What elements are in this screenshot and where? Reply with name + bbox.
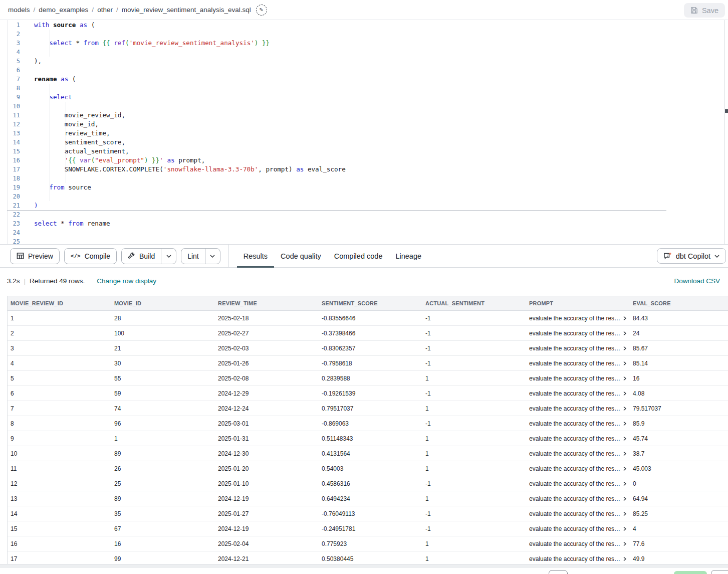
chevron-right-icon[interactable] bbox=[623, 526, 627, 531]
chevron-right-icon[interactable] bbox=[623, 556, 627, 561]
cell-actual-sentiment: -1 bbox=[422, 326, 526, 340]
tab-compiled-code[interactable]: Compiled code bbox=[328, 245, 389, 267]
preview-button[interactable]: Preview bbox=[10, 248, 60, 264]
cell-prompt: evaluate the accuracy of the res… bbox=[526, 476, 630, 491]
table-row: 14352025-01-27-0.76049113-1evaluate the … bbox=[8, 506, 728, 521]
table-row: 4302025-01-26-0.7958618-1evaluate the ac… bbox=[8, 356, 728, 371]
edit-circle-icon[interactable]: ✎ bbox=[256, 5, 267, 16]
table-row: 8962025-03-01-0.869063-1evaluate the acc… bbox=[8, 416, 728, 431]
save-button[interactable]: Save bbox=[684, 3, 725, 18]
line-number: 24 bbox=[7, 228, 20, 237]
code-line-17[interactable]: 17 SNOWFLAKE.CORTEX.COMPLETE('snowflake-… bbox=[0, 165, 728, 174]
chevron-right-icon[interactable] bbox=[623, 436, 627, 441]
lint-dropdown-button[interactable] bbox=[205, 249, 220, 264]
chevron-right-icon[interactable] bbox=[623, 361, 627, 366]
chevron-right-icon[interactable] bbox=[623, 511, 627, 516]
chevron-right-icon[interactable] bbox=[623, 481, 627, 486]
code-line-15[interactable]: 15 actual_sentiment, bbox=[0, 147, 728, 156]
line-number: 2 bbox=[7, 30, 20, 39]
chevron-right-icon[interactable] bbox=[623, 331, 627, 336]
code-icon: </> bbox=[71, 253, 81, 259]
code-line-16[interactable]: 16 '{{ var("eval_prompt") }}' as prompt, bbox=[0, 156, 728, 165]
cell-sentiment-score: 0.4586316 bbox=[319, 476, 422, 491]
code-line-6[interactable]: 6 bbox=[0, 66, 728, 75]
chevron-right-icon[interactable] bbox=[623, 541, 627, 546]
code-line-3[interactable]: 3 select * from {{ ref('movie_review_sen… bbox=[0, 39, 728, 48]
compile-button[interactable]: </> Compile bbox=[64, 248, 117, 264]
build-dropdown-button[interactable] bbox=[161, 249, 176, 264]
chevron-right-icon[interactable] bbox=[623, 421, 627, 426]
cell-sentiment-score: 0.51148343 bbox=[319, 431, 422, 446]
code-line-23[interactable]: 23select * from rename bbox=[0, 219, 728, 228]
code-line-2[interactable]: 2 bbox=[0, 30, 728, 39]
code-line-13[interactable]: 13 review_time, bbox=[0, 129, 728, 138]
chevron-right-icon[interactable] bbox=[623, 316, 627, 321]
cell-movie-id: 59 bbox=[111, 386, 215, 401]
chevron-right-icon[interactable] bbox=[623, 451, 627, 456]
code-line-24[interactable]: 24 bbox=[0, 228, 728, 237]
line-number: 12 bbox=[7, 120, 20, 129]
chevron-right-icon[interactable] bbox=[623, 376, 627, 381]
chevron-right-icon[interactable] bbox=[623, 346, 627, 351]
chevron-right-icon[interactable] bbox=[623, 391, 627, 396]
breadcrumb-segment[interactable]: demo_examples bbox=[39, 6, 88, 14]
tab-code-quality[interactable]: Code quality bbox=[274, 245, 328, 267]
results-table: MOVIE_REVIEW_IDMOVIE_IDREVIEW_TIMESENTIM… bbox=[7, 296, 728, 568]
prompt-text: evaluate the accuracy of the res… bbox=[529, 330, 620, 337]
dbt-copilot-button[interactable]: dbt Copilot bbox=[657, 248, 726, 264]
code-line-21[interactable]: 21) bbox=[0, 201, 728, 210]
code-line-1[interactable]: 1with source as ( bbox=[0, 21, 728, 30]
code-line-14[interactable]: 14 sentiment_score, bbox=[0, 138, 728, 147]
cell-actual-sentiment: 1 bbox=[422, 371, 526, 386]
cell-review-time: 2025-02-03 bbox=[215, 341, 319, 355]
bottom-green-pill-button[interactable] bbox=[674, 571, 707, 574]
cell-sentiment-score: 0.4131564 bbox=[319, 446, 422, 461]
code-line-8[interactable]: 8 bbox=[0, 84, 728, 93]
line-number: 9 bbox=[7, 93, 20, 102]
horizontal-scrollbar[interactable] bbox=[0, 564, 728, 568]
column-header-actual_sentiment: ACTUAL_SENTIMENT bbox=[422, 296, 526, 310]
code-line-11[interactable]: 11 movie_review_id, bbox=[0, 111, 728, 120]
cell-review-time: 2025-02-08 bbox=[215, 371, 319, 386]
chevron-right-icon[interactable] bbox=[623, 466, 627, 471]
change-row-display-link[interactable]: Change row display bbox=[97, 277, 156, 285]
breadcrumb-segment[interactable]: other bbox=[97, 6, 113, 14]
code-line-10[interactable]: 10 bbox=[0, 102, 728, 111]
editor-minimap[interactable]: with source as ( select * from {{ ref('m… bbox=[664, 21, 723, 64]
code-line-19[interactable]: 19 from source bbox=[0, 183, 728, 192]
cell-review-time: 2024-12-30 bbox=[215, 446, 319, 461]
prompt-text: evaluate the accuracy of the res… bbox=[529, 465, 620, 472]
cell-eval-score: 0 bbox=[630, 476, 728, 491]
cell-eval-score: 85.14 bbox=[630, 356, 728, 370]
prompt-text: evaluate the accuracy of the res… bbox=[529, 405, 620, 412]
code-line-20[interactable]: 20 bbox=[0, 192, 728, 201]
cell-movie-review-id: 1 bbox=[8, 311, 111, 325]
chevron-right-icon[interactable] bbox=[623, 406, 627, 411]
build-button[interactable]: Build bbox=[122, 249, 161, 264]
tab-lineage[interactable]: Lineage bbox=[389, 245, 428, 267]
code-line-7[interactable]: 7rename as ( bbox=[0, 75, 728, 84]
lint-button[interactable]: Lint bbox=[181, 249, 205, 264]
code-line-9[interactable]: 9 select bbox=[0, 93, 728, 102]
bottom-cut-button[interactable] bbox=[711, 570, 728, 574]
chevron-right-icon[interactable] bbox=[623, 496, 627, 501]
code-line-5[interactable]: 5), bbox=[0, 57, 728, 66]
tab-results[interactable]: Results bbox=[237, 245, 274, 267]
breadcrumb-segment[interactable]: models bbox=[8, 6, 30, 14]
prompt-text: evaluate the accuracy of the res… bbox=[529, 510, 620, 517]
code-line-25[interactable]: 25 bbox=[0, 237, 728, 244]
cell-movie-review-id: 2 bbox=[8, 326, 111, 340]
cell-review-time: 2025-01-27 bbox=[215, 506, 319, 521]
indent-guide bbox=[50, 84, 50, 201]
table-icon bbox=[17, 252, 24, 260]
cell-prompt: evaluate the accuracy of the res… bbox=[526, 461, 630, 476]
code-editor[interactable]: 1with source as (23 select * from {{ ref… bbox=[0, 20, 728, 244]
breadcrumb-segment[interactable]: movie_review_sentiment_analysis_eval.sql bbox=[122, 6, 251, 14]
code-line-22[interactable]: 22 bbox=[0, 210, 728, 219]
download-csv-link[interactable]: Download CSV bbox=[674, 277, 720, 285]
code-line-18[interactable]: 18 bbox=[0, 174, 728, 183]
code-line-4[interactable]: 4 bbox=[0, 48, 728, 57]
code-line-12[interactable]: 12 movie_id, bbox=[0, 120, 728, 129]
editor-scrollbar-thumb[interactable] bbox=[725, 109, 728, 113]
bottom-cut-button[interactable] bbox=[549, 570, 568, 574]
